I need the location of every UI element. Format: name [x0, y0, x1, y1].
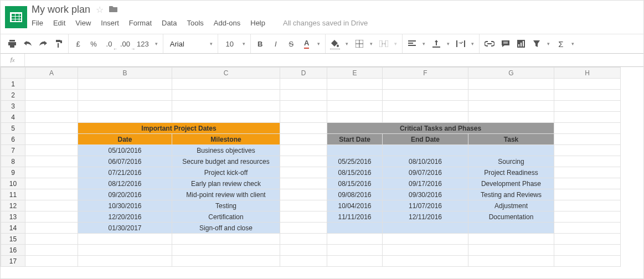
strikethrough-button[interactable]: S: [285, 37, 297, 50]
cell[interactable]: Sign-off and close: [172, 223, 280, 234]
cell[interactable]: 09/08/2016: [327, 189, 383, 200]
cell[interactable]: [172, 112, 280, 123]
cell[interactable]: [78, 101, 172, 112]
cell[interactable]: 10/04/2016: [327, 200, 383, 211]
cell[interactable]: [280, 178, 327, 189]
row-header[interactable]: 11: [1, 189, 25, 200]
row-header[interactable]: 9: [1, 167, 25, 178]
chevron-down-icon[interactable]: ▾: [344, 41, 350, 46]
cell[interactable]: 09/07/2016: [383, 167, 468, 178]
italic-button[interactable]: I: [270, 37, 282, 50]
cell[interactable]: [554, 223, 621, 234]
cell[interactable]: [554, 245, 621, 256]
cell[interactable]: 12/20/2016: [78, 211, 172, 223]
cell[interactable]: Certification: [172, 211, 280, 223]
menu-file[interactable]: File: [32, 19, 43, 27]
row-header[interactable]: 2: [1, 90, 25, 101]
cell[interactable]: [468, 245, 554, 256]
cell[interactable]: Date: [78, 134, 172, 145]
cell[interactable]: [554, 178, 621, 189]
undo-icon[interactable]: [22, 37, 34, 50]
column-header[interactable]: F: [383, 68, 468, 79]
cell[interactable]: [468, 101, 554, 112]
menu-data[interactable]: Data: [162, 19, 177, 27]
cell[interactable]: [172, 101, 280, 112]
cell[interactable]: [25, 145, 78, 156]
cell[interactable]: 09/30/2016: [383, 189, 468, 200]
column-header[interactable]: E: [327, 68, 383, 79]
cell[interactable]: Documentation: [468, 211, 554, 223]
cell[interactable]: [468, 79, 554, 90]
row-header[interactable]: 1: [1, 79, 25, 90]
text-color-button[interactable]: A: [301, 37, 313, 50]
cell[interactable]: 08/12/2016: [78, 178, 172, 189]
cell[interactable]: [554, 90, 621, 101]
star-icon[interactable]: ☆: [96, 4, 104, 15]
cell[interactable]: Development Phase: [468, 178, 554, 189]
filter-icon[interactable]: [530, 37, 543, 50]
cell[interactable]: [554, 79, 621, 90]
menu-format[interactable]: Format: [129, 19, 152, 27]
cell[interactable]: [280, 189, 327, 200]
cell[interactable]: [280, 90, 327, 101]
cell[interactable]: [280, 256, 327, 267]
row-header[interactable]: 17: [1, 256, 25, 267]
cell[interactable]: [554, 167, 621, 178]
cell[interactable]: [280, 79, 327, 90]
chevron-down-icon[interactable]: ▾: [369, 41, 374, 46]
cell[interactable]: [554, 234, 621, 245]
cell[interactable]: [554, 156, 621, 167]
cell[interactable]: 09/20/2016: [78, 189, 172, 200]
cell[interactable]: 07/21/2016: [78, 167, 172, 178]
cell[interactable]: [327, 223, 383, 234]
cell[interactable]: [383, 79, 468, 90]
cell[interactable]: [468, 145, 554, 156]
format-percent[interactable]: %: [87, 37, 100, 50]
cell[interactable]: [554, 211, 621, 223]
folder-icon[interactable]: [109, 5, 118, 15]
column-header[interactable]: A: [25, 68, 78, 79]
cell[interactable]: [172, 234, 280, 245]
cell[interactable]: [25, 245, 78, 256]
chevron-down-icon[interactable]: ▾: [570, 41, 576, 46]
cell[interactable]: [327, 101, 383, 112]
row-header[interactable]: 16: [1, 245, 25, 256]
sheets-logo[interactable]: [5, 6, 27, 28]
chevron-down-icon[interactable]: ▾: [393, 41, 399, 46]
redo-icon[interactable]: [37, 37, 49, 50]
cell[interactable]: [25, 134, 78, 145]
chevron-down-icon[interactable]: ▾: [209, 41, 214, 46]
row-header[interactable]: 8: [1, 156, 25, 167]
chevron-down-icon[interactable]: ▾: [154, 41, 159, 46]
row-header[interactable]: 7: [1, 145, 25, 156]
cell[interactable]: [383, 112, 468, 123]
row-header[interactable]: 12: [1, 200, 25, 211]
cell[interactable]: [327, 90, 383, 101]
document-title[interactable]: My work plan: [32, 4, 90, 16]
cell[interactable]: 12/11/2016: [383, 211, 468, 223]
increase-decimal[interactable]: .00→: [119, 37, 132, 50]
format-currency[interactable]: £: [72, 37, 84, 50]
cell[interactable]: Early plan review check: [172, 178, 280, 189]
cell[interactable]: [554, 200, 621, 211]
cell[interactable]: Start Date: [327, 134, 383, 145]
cell[interactable]: [327, 145, 383, 156]
cell[interactable]: [468, 223, 554, 234]
cell[interactable]: Sourcing: [468, 156, 554, 167]
cell[interactable]: [468, 234, 554, 245]
chevron-down-icon[interactable]: ▾: [316, 41, 322, 46]
cell[interactable]: [327, 234, 383, 245]
cell[interactable]: 05/10/2016: [78, 145, 172, 156]
cell[interactable]: 08/15/2016: [327, 178, 383, 189]
chevron-down-icon[interactable]: ▾: [421, 41, 427, 46]
cell[interactable]: Important Project Dates: [78, 123, 280, 134]
cell[interactable]: [25, 211, 78, 223]
chevron-down-icon[interactable]: ▾: [546, 41, 552, 46]
cell[interactable]: [78, 90, 172, 101]
row-header[interactable]: 13: [1, 211, 25, 223]
cell[interactable]: [554, 112, 621, 123]
print-icon[interactable]: [6, 37, 18, 50]
cell[interactable]: Milestone: [172, 134, 280, 145]
cell[interactable]: [25, 178, 78, 189]
menu-view[interactable]: View: [75, 19, 91, 27]
